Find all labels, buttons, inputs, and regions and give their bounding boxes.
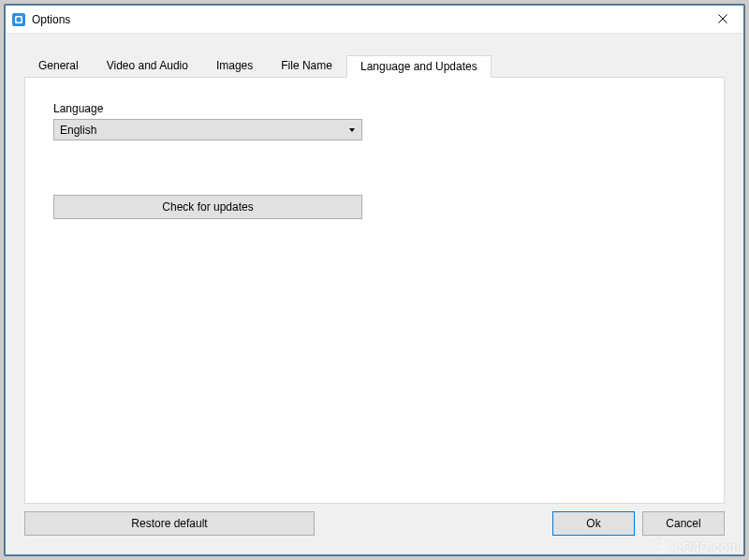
close-icon bbox=[718, 13, 727, 26]
tab-panel: Language English Check for updates bbox=[24, 77, 725, 504]
check-updates-button[interactable]: Check for updates bbox=[53, 195, 362, 219]
options-window: Options General Video and Audio bbox=[5, 5, 744, 555]
svg-rect-2 bbox=[17, 17, 22, 22]
ok-button[interactable]: Ok bbox=[552, 511, 635, 536]
language-value: English bbox=[60, 124, 348, 137]
tab-language-updates[interactable]: Language and Updates bbox=[346, 55, 492, 78]
svg-marker-5 bbox=[349, 128, 355, 132]
tab-label: Video and Audio bbox=[107, 59, 188, 72]
cancel-button[interactable]: Cancel bbox=[642, 511, 725, 536]
restore-default-button[interactable]: Restore default bbox=[24, 511, 315, 536]
tab-label: File Name bbox=[281, 59, 332, 72]
app-icon bbox=[11, 12, 26, 27]
tab-label: Language and Updates bbox=[360, 60, 477, 73]
language-select[interactable]: English bbox=[53, 119, 362, 140]
restore-label: Restore default bbox=[131, 517, 207, 530]
tab-label: General bbox=[38, 59, 79, 72]
tab-images[interactable]: Images bbox=[202, 54, 267, 77]
tab-general[interactable]: General bbox=[24, 54, 93, 77]
close-button[interactable] bbox=[701, 6, 743, 34]
tab-bar: General Video and Audio Images File Name… bbox=[24, 54, 725, 77]
tab-video-audio[interactable]: Video and Audio bbox=[93, 54, 202, 77]
check-updates-label: Check for updates bbox=[162, 200, 253, 214]
tab-file-name[interactable]: File Name bbox=[267, 54, 346, 77]
window-title: Options bbox=[32, 13, 701, 26]
ok-label: Ok bbox=[586, 517, 600, 530]
body-area: General Video and Audio Images File Name… bbox=[6, 34, 743, 554]
titlebar: Options bbox=[6, 6, 743, 34]
cancel-label: Cancel bbox=[666, 517, 700, 530]
footer: Restore default Ok Cancel bbox=[24, 504, 725, 543]
tab-label: Images bbox=[216, 59, 253, 72]
language-label: Language bbox=[53, 102, 696, 115]
chevron-down-icon bbox=[348, 128, 356, 132]
